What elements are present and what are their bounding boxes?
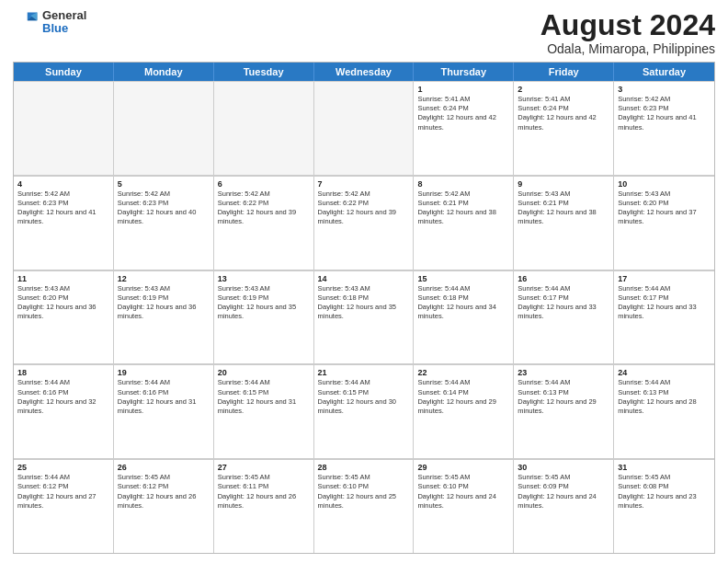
cell-w1-d0: 4Sunrise: 5:42 AM Sunset: 6:23 PM Daylig…: [14, 177, 114, 270]
cell-w3-d4: 22Sunrise: 5:44 AM Sunset: 6:14 PM Dayli…: [414, 365, 514, 458]
week-row-1: 4Sunrise: 5:42 AM Sunset: 6:23 PM Daylig…: [14, 176, 714, 270]
cell-info-w2-d6: Sunrise: 5:44 AM Sunset: 6:17 PM Dayligh…: [618, 284, 711, 322]
cell-w4-d3: 28Sunrise: 5:45 AM Sunset: 6:10 PM Dayli…: [314, 460, 415, 553]
cell-info-w4-d5: Sunrise: 5:45 AM Sunset: 6:09 PM Dayligh…: [518, 473, 609, 511]
day-num-w1-d4: 8: [417, 179, 509, 189]
header-monday: Monday: [114, 63, 214, 81]
day-num-w2-d5: 16: [518, 274, 609, 283]
cell-info-w3-d6: Sunrise: 5:44 AM Sunset: 6:13 PM Dayligh…: [618, 378, 711, 416]
cell-info-w0-d5: Sunrise: 5:41 AM Sunset: 6:24 PM Dayligh…: [518, 95, 609, 132]
day-num-w2-d4: 15: [417, 274, 509, 283]
cell-w2-d1: 12Sunrise: 5:43 AM Sunset: 6:19 PM Dayli…: [114, 271, 214, 364]
cell-info-w4-d6: Sunrise: 5:45 AM Sunset: 6:08 PM Dayligh…: [618, 473, 711, 511]
header: General Blue August 2024 Odala, Mimaropa…: [13, 9, 715, 56]
day-num-w1-d3: 7: [318, 179, 410, 189]
cell-w3-d1: 19Sunrise: 5:44 AM Sunset: 6:16 PM Dayli…: [114, 365, 214, 458]
cell-info-w3-d0: Sunrise: 5:44 AM Sunset: 6:16 PM Dayligh…: [17, 378, 109, 416]
subtitle: Odala, Mimaropa, Philippines: [540, 41, 715, 56]
cell-w1-d5: 9Sunrise: 5:43 AM Sunset: 6:21 PM Daylig…: [514, 177, 614, 270]
cell-w4-d6: 31Sunrise: 5:45 AM Sunset: 6:08 PM Dayli…: [614, 460, 714, 553]
week-row-4: 25Sunrise: 5:44 AM Sunset: 6:12 PM Dayli…: [14, 459, 714, 553]
day-num-w3-d4: 22: [417, 368, 509, 377]
cell-info-w0-d4: Sunrise: 5:41 AM Sunset: 6:24 PM Dayligh…: [417, 95, 509, 132]
calendar: Sunday Monday Tuesday Wednesday Thursday…: [13, 62, 715, 554]
cell-info-w4-d4: Sunrise: 5:45 AM Sunset: 6:10 PM Dayligh…: [417, 473, 509, 511]
cell-w4-d5: 30Sunrise: 5:45 AM Sunset: 6:09 PM Dayli…: [514, 460, 614, 553]
cell-info-w1-d4: Sunrise: 5:42 AM Sunset: 6:21 PM Dayligh…: [417, 190, 509, 227]
cell-w1-d2: 6Sunrise: 5:42 AM Sunset: 6:22 PM Daylig…: [214, 177, 314, 270]
page: General Blue August 2024 Odala, Mimaropa…: [0, 0, 728, 563]
cell-w2-d6: 17Sunrise: 5:44 AM Sunset: 6:17 PM Dayli…: [614, 271, 714, 364]
cell-w4-d4: 29Sunrise: 5:45 AM Sunset: 6:10 PM Dayli…: [414, 460, 514, 553]
logo-general-text: General: [42, 9, 86, 22]
day-num-w3-d1: 19: [118, 368, 210, 377]
cell-w2-d2: 13Sunrise: 5:43 AM Sunset: 6:19 PM Dayli…: [214, 271, 314, 364]
week-row-0: 1Sunrise: 5:41 AM Sunset: 6:24 PM Daylig…: [14, 81, 714, 176]
day-num-w2-d3: 14: [318, 274, 410, 283]
cell-info-w2-d1: Sunrise: 5:43 AM Sunset: 6:19 PM Dayligh…: [118, 284, 210, 322]
week-row-2: 11Sunrise: 5:43 AM Sunset: 6:20 PM Dayli…: [14, 270, 714, 365]
cell-w2-d3: 14Sunrise: 5:43 AM Sunset: 6:18 PM Dayli…: [314, 271, 415, 364]
cell-info-w4-d0: Sunrise: 5:44 AM Sunset: 6:12 PM Dayligh…: [17, 473, 109, 511]
day-num-w3-d0: 18: [17, 368, 109, 377]
cell-info-w4-d1: Sunrise: 5:45 AM Sunset: 6:12 PM Dayligh…: [118, 473, 210, 511]
day-num-w1-d6: 10: [618, 179, 711, 189]
day-num-w2-d0: 11: [17, 274, 109, 283]
cell-w4-d2: 27Sunrise: 5:45 AM Sunset: 6:11 PM Dayli…: [214, 460, 314, 553]
day-num-w2-d6: 17: [618, 274, 711, 283]
logo-text: General Blue: [42, 9, 86, 36]
cell-info-w1-d0: Sunrise: 5:42 AM Sunset: 6:23 PM Dayligh…: [17, 190, 109, 227]
day-num-w3-d2: 20: [218, 368, 310, 377]
day-num-w4-d0: 25: [17, 463, 109, 472]
cell-w1-d4: 8Sunrise: 5:42 AM Sunset: 6:21 PM Daylig…: [414, 177, 514, 270]
cell-w3-d3: 21Sunrise: 5:44 AM Sunset: 6:15 PM Dayli…: [314, 365, 415, 458]
day-num-w4-d2: 27: [218, 463, 310, 472]
day-num-w2-d1: 12: [118, 274, 210, 283]
day-num-w3-d5: 23: [518, 368, 609, 377]
cell-info-w1-d2: Sunrise: 5:42 AM Sunset: 6:22 PM Dayligh…: [218, 190, 310, 227]
cell-info-w1-d6: Sunrise: 5:43 AM Sunset: 6:20 PM Dayligh…: [618, 190, 711, 227]
cell-w0-d2: [214, 82, 314, 175]
cell-info-w4-d3: Sunrise: 5:45 AM Sunset: 6:10 PM Dayligh…: [318, 473, 410, 511]
header-sunday: Sunday: [14, 63, 114, 81]
title-block: August 2024 Odala, Mimaropa, Philippines: [540, 9, 715, 56]
header-thursday: Thursday: [414, 63, 514, 81]
cell-w0-d1: [114, 82, 214, 175]
day-num-w4-d3: 28: [318, 463, 410, 472]
cell-info-w1-d5: Sunrise: 5:43 AM Sunset: 6:21 PM Dayligh…: [518, 190, 609, 227]
cell-w0-d5: 2Sunrise: 5:41 AM Sunset: 6:24 PM Daylig…: [514, 82, 614, 175]
day-num-w1-d1: 5: [118, 179, 210, 189]
day-num-w4-d4: 29: [417, 463, 509, 472]
cell-w4-d1: 26Sunrise: 5:45 AM Sunset: 6:12 PM Dayli…: [114, 460, 214, 553]
day-num-w0-d4: 1: [417, 85, 509, 94]
main-title: August 2024: [540, 9, 715, 41]
cell-info-w3-d1: Sunrise: 5:44 AM Sunset: 6:16 PM Dayligh…: [118, 378, 210, 416]
cell-w2-d4: 15Sunrise: 5:44 AM Sunset: 6:18 PM Dayli…: [414, 271, 514, 364]
cell-w0-d4: 1Sunrise: 5:41 AM Sunset: 6:24 PM Daylig…: [414, 82, 514, 175]
cell-info-w2-d2: Sunrise: 5:43 AM Sunset: 6:19 PM Dayligh…: [218, 284, 310, 322]
header-tuesday: Tuesday: [214, 63, 314, 81]
week-row-3: 18Sunrise: 5:44 AM Sunset: 6:16 PM Dayli…: [14, 364, 714, 459]
cell-w0-d6: 3Sunrise: 5:42 AM Sunset: 6:23 PM Daylig…: [614, 82, 714, 175]
calendar-header: Sunday Monday Tuesday Wednesday Thursday…: [14, 63, 714, 81]
cell-info-w2-d4: Sunrise: 5:44 AM Sunset: 6:18 PM Dayligh…: [417, 284, 509, 322]
cell-info-w3-d4: Sunrise: 5:44 AM Sunset: 6:14 PM Dayligh…: [417, 378, 509, 416]
logo-icon: [13, 9, 39, 35]
cell-info-w0-d6: Sunrise: 5:42 AM Sunset: 6:23 PM Dayligh…: [618, 95, 711, 132]
day-num-w4-d5: 30: [518, 463, 609, 472]
cell-info-w2-d5: Sunrise: 5:44 AM Sunset: 6:17 PM Dayligh…: [518, 284, 609, 322]
cell-w2-d0: 11Sunrise: 5:43 AM Sunset: 6:20 PM Dayli…: [14, 271, 114, 364]
cell-info-w4-d2: Sunrise: 5:45 AM Sunset: 6:11 PM Dayligh…: [218, 473, 310, 511]
cell-w1-d6: 10Sunrise: 5:43 AM Sunset: 6:20 PM Dayli…: [614, 177, 714, 270]
cell-w0-d3: [314, 82, 415, 175]
day-num-w3-d6: 24: [618, 368, 711, 377]
cell-info-w2-d3: Sunrise: 5:43 AM Sunset: 6:18 PM Dayligh…: [318, 284, 410, 322]
cell-w3-d5: 23Sunrise: 5:44 AM Sunset: 6:13 PM Dayli…: [514, 365, 614, 458]
cell-w3-d0: 18Sunrise: 5:44 AM Sunset: 6:16 PM Dayli…: [14, 365, 114, 458]
cell-w1-d1: 5Sunrise: 5:42 AM Sunset: 6:23 PM Daylig…: [114, 177, 214, 270]
cell-w3-d2: 20Sunrise: 5:44 AM Sunset: 6:15 PM Dayli…: [214, 365, 314, 458]
day-num-w1-d5: 9: [518, 179, 609, 189]
day-num-w0-d6: 3: [618, 85, 711, 94]
header-wednesday: Wednesday: [314, 63, 415, 81]
day-num-w4-d1: 26: [118, 463, 210, 472]
